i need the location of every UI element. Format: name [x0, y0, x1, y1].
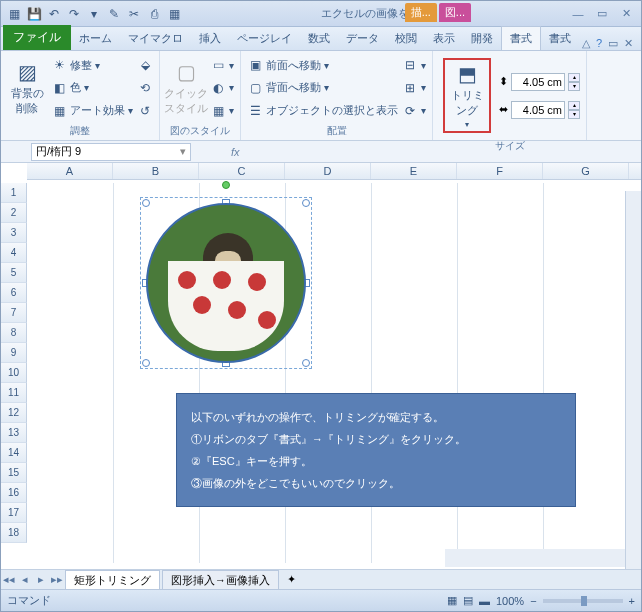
qat-icon[interactable]: ⎙	[145, 5, 163, 23]
close-icon[interactable]: ✕	[615, 6, 637, 22]
row-header[interactable]: 5	[1, 263, 27, 283]
width-input[interactable]: ⬌ ▴▾	[499, 99, 580, 121]
send-backward-button[interactable]: ▢背面へ移動 ▾	[247, 78, 398, 98]
tab-developer[interactable]: 開発	[463, 27, 501, 50]
resize-handle[interactable]	[142, 359, 150, 367]
zoom-level[interactable]: 100%	[496, 595, 524, 607]
undo-icon[interactable]: ↶	[45, 5, 63, 23]
reset-picture-icon[interactable]: ↺	[137, 101, 153, 121]
col-header[interactable]: F	[457, 163, 543, 179]
redo-icon[interactable]: ↷	[65, 5, 83, 23]
corrections-button[interactable]: ☀修整 ▾	[51, 55, 133, 75]
sheet-tab[interactable]: 矩形トリミング	[65, 570, 160, 590]
view-pagebreak-icon[interactable]: ▬	[479, 595, 490, 607]
row-header[interactable]: 1	[1, 183, 27, 203]
layout-icon[interactable]: ▦▾	[210, 101, 234, 121]
change-picture-icon[interactable]: ⟲	[137, 78, 153, 98]
remove-background-button[interactable]: ▨ 背景の 削除	[7, 54, 47, 122]
effects-icon[interactable]: ◐▾	[210, 78, 234, 98]
name-box[interactable]: 円/楕円 9▾	[31, 143, 191, 161]
view-layout-icon[interactable]: ▤	[463, 594, 473, 607]
tab-pagelayout[interactable]: ページレイ	[229, 27, 300, 50]
row-header[interactable]: 13	[1, 423, 27, 443]
tab-insert[interactable]: 挿入	[191, 27, 229, 50]
context-tab-draw[interactable]: 描...	[405, 3, 437, 22]
artistic-effects-button[interactable]: ▦アート効果 ▾	[51, 101, 133, 121]
selected-oval-shape[interactable]	[146, 203, 306, 363]
zoom-slider[interactable]	[543, 599, 623, 603]
row-header[interactable]: 12	[1, 403, 27, 423]
color-button[interactable]: ◧色 ▾	[51, 78, 133, 98]
tab-mymacro[interactable]: マイマクロ	[120, 27, 191, 50]
row-header[interactable]: 11	[1, 383, 27, 403]
resize-handle[interactable]	[142, 199, 150, 207]
col-header[interactable]: G	[543, 163, 629, 179]
row-header[interactable]: 14	[1, 443, 27, 463]
tab-home[interactable]: ホーム	[71, 27, 120, 50]
sheet-nav-next[interactable]: ▸	[33, 573, 49, 586]
zoom-in-icon[interactable]: +	[629, 595, 635, 607]
window-restore-icon[interactable]: ▭	[608, 37, 618, 50]
selection-pane-button[interactable]: ☰オブジェクトの選択と表示	[247, 101, 398, 121]
row-header[interactable]: 8	[1, 323, 27, 343]
tab-formulas[interactable]: 数式	[300, 27, 338, 50]
qat-icon[interactable]: ✂	[125, 5, 143, 23]
height-input[interactable]: ⬍ ▴▾	[499, 71, 580, 93]
sheet-tab[interactable]: 図形挿入→画像挿入	[162, 570, 279, 590]
compress-icon[interactable]: ⬙	[137, 55, 153, 75]
help-icon[interactable]: ?	[596, 37, 602, 50]
tab-format-1[interactable]: 書式	[501, 26, 541, 50]
row-header[interactable]: 15	[1, 463, 27, 483]
resize-handle[interactable]	[302, 359, 310, 367]
crop-button[interactable]: ⬒ トリミング ▾	[447, 62, 487, 129]
col-header[interactable]: A	[27, 163, 113, 179]
qat-icon[interactable]: ✎	[105, 5, 123, 23]
minimize-icon[interactable]: —	[567, 6, 589, 22]
quick-styles-button[interactable]: ▢ クイック スタイル	[166, 54, 206, 122]
row-header[interactable]: 10	[1, 363, 27, 383]
row-header[interactable]: 16	[1, 483, 27, 503]
tab-view[interactable]: 表示	[425, 27, 463, 50]
row-header[interactable]: 17	[1, 503, 27, 523]
qat-icon[interactable]: ▾	[85, 5, 103, 23]
row-header[interactable]: 6	[1, 283, 27, 303]
sheet-nav-prev[interactable]: ◂	[17, 573, 33, 586]
rotate-handle[interactable]	[222, 181, 230, 189]
rotate-icon[interactable]: ⟳▾	[402, 101, 426, 121]
row-header[interactable]: 7	[1, 303, 27, 323]
col-header[interactable]: C	[199, 163, 285, 179]
new-sheet-icon[interactable]: ✦	[281, 573, 302, 586]
col-header[interactable]: D	[285, 163, 371, 179]
save-icon[interactable]: 💾	[25, 5, 43, 23]
horizontal-scrollbar[interactable]	[445, 549, 625, 567]
row-header[interactable]: 18	[1, 523, 27, 543]
resize-handle[interactable]	[302, 199, 310, 207]
row-header[interactable]: 4	[1, 243, 27, 263]
qat-icon[interactable]: ▦	[165, 5, 183, 23]
callout-box[interactable]: 以下のいずれかの操作で、トリミングが確定する。 ①リボンのタブ『書式』→『トリミ…	[176, 393, 576, 507]
vertical-scrollbar[interactable]	[625, 191, 641, 569]
tab-review[interactable]: 校閲	[387, 27, 425, 50]
sheet-nav-first[interactable]: ◂◂	[1, 573, 17, 586]
view-normal-icon[interactable]: ▦	[447, 594, 457, 607]
col-header[interactable]: B	[113, 163, 199, 179]
row-header[interactable]: 2	[1, 203, 27, 223]
align-icon[interactable]: ⊟▾	[402, 55, 426, 75]
zoom-out-icon[interactable]: −	[530, 595, 536, 607]
col-header[interactable]: E	[371, 163, 457, 179]
tab-file[interactable]: ファイル	[3, 25, 71, 50]
border-icon[interactable]: ▭▾	[210, 55, 234, 75]
fx-label[interactable]: fx	[231, 146, 240, 158]
row-header[interactable]: 9	[1, 343, 27, 363]
worksheet[interactable]: A B C D E F G 1 2 3 4 5 6 7 8 9 10 11 12…	[1, 163, 641, 563]
sheet-nav-last[interactable]: ▸▸	[49, 573, 65, 586]
window-close-icon[interactable]: ✕	[624, 37, 633, 50]
minimize-ribbon-icon[interactable]: △	[582, 37, 590, 50]
group-icon[interactable]: ⊞▾	[402, 78, 426, 98]
bring-forward-button[interactable]: ▣前面へ移動 ▾	[247, 55, 398, 75]
tab-data[interactable]: データ	[338, 27, 387, 50]
context-tab-picture[interactable]: 図...	[439, 3, 471, 22]
tab-format-2[interactable]: 書式	[541, 27, 579, 50]
restore-icon[interactable]: ▭	[591, 6, 613, 22]
row-header[interactable]: 3	[1, 223, 27, 243]
